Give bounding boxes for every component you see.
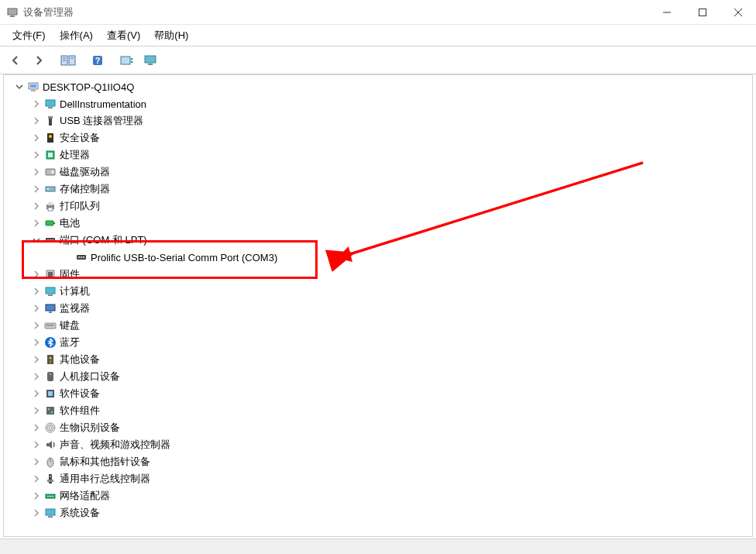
tree-node[interactable]: 安全设备 bbox=[4, 129, 752, 146]
expand-icon[interactable] bbox=[32, 219, 41, 228]
svg-rect-71 bbox=[49, 474, 52, 483]
node-label: 处理器 bbox=[60, 148, 90, 162]
svg-point-72 bbox=[50, 476, 51, 477]
tree-node[interactable]: 生物识别设备 bbox=[4, 419, 752, 436]
close-button[interactable] bbox=[720, 0, 756, 25]
port-icon bbox=[44, 234, 57, 246]
menu-file[interactable]: 文件(F) bbox=[6, 26, 52, 46]
tree-node[interactable]: 通用串行总线控制器 bbox=[4, 470, 752, 487]
tree-node[interactable]: 网络适配器 bbox=[4, 487, 752, 504]
svg-rect-0 bbox=[8, 9, 17, 15]
expand-icon[interactable] bbox=[15, 82, 24, 91]
expand-icon[interactable] bbox=[32, 236, 41, 245]
expand-icon[interactable] bbox=[32, 150, 41, 160]
node-label: 通用串行总线控制器 bbox=[60, 472, 150, 486]
svg-rect-79 bbox=[48, 516, 53, 518]
svg-rect-51 bbox=[46, 325, 48, 326]
menu-action[interactable]: 操作(A) bbox=[53, 26, 99, 46]
window-title: 设备管理器 bbox=[23, 5, 74, 19]
expand-icon[interactable] bbox=[32, 440, 41, 449]
disk-icon bbox=[44, 166, 57, 178]
expand-icon[interactable] bbox=[32, 372, 41, 381]
expand-icon[interactable] bbox=[32, 184, 41, 194]
expand-icon[interactable] bbox=[32, 133, 41, 143]
expand-icon[interactable] bbox=[32, 321, 41, 330]
expand-icon[interactable] bbox=[32, 355, 41, 364]
svg-text:!: ! bbox=[50, 359, 51, 366]
tree-node[interactable]: 磁盘驱动器 bbox=[4, 163, 752, 181]
svg-rect-49 bbox=[49, 311, 52, 313]
svg-rect-43 bbox=[83, 256, 84, 258]
expand-icon[interactable] bbox=[32, 423, 41, 432]
tree-node[interactable]: 端口 (COM 和 LPT) bbox=[4, 232, 752, 249]
tree-node[interactable]: 蓝牙 bbox=[4, 334, 752, 351]
expand-icon[interactable] bbox=[32, 508, 41, 518]
tree-node[interactable]: 鼠标和其他指针设备 bbox=[4, 453, 752, 470]
monitor-button[interactable] bbox=[139, 50, 161, 71]
tree-child-node[interactable]: Prolific USB-to-Serial Comm Port (COM3) bbox=[4, 249, 752, 266]
expand-icon[interactable] bbox=[32, 389, 41, 398]
tree-node[interactable]: 键盘 bbox=[4, 317, 752, 334]
svg-rect-22 bbox=[48, 116, 53, 119]
tree-node[interactable]: USB 连接器管理器 bbox=[4, 112, 752, 129]
node-label: 鼠标和其他指针设备 bbox=[60, 455, 150, 469]
svg-rect-7 bbox=[69, 56, 75, 65]
help-button[interactable]: ? bbox=[87, 50, 108, 71]
maximize-button[interactable] bbox=[685, 0, 720, 25]
expand-icon[interactable] bbox=[32, 406, 41, 415]
tree-node[interactable]: 软件组件 bbox=[4, 402, 752, 419]
printer-icon bbox=[44, 200, 57, 212]
tree-root[interactable]: DESKTOP-Q1IIO4Q bbox=[4, 78, 752, 95]
tree-node[interactable]: 处理器 bbox=[4, 146, 752, 163]
monitor-icon bbox=[44, 98, 57, 110]
scan-button[interactable] bbox=[116, 50, 138, 71]
menu-view[interactable]: 查看(V) bbox=[101, 26, 146, 46]
svg-rect-33 bbox=[48, 208, 53, 211]
node-label: 系统设备 bbox=[60, 506, 100, 520]
tree-node[interactable]: 声音、视频和游戏控制器 bbox=[4, 436, 752, 453]
tree-node[interactable]: !其他设备 bbox=[4, 351, 752, 368]
node-label: 存储控制器 bbox=[60, 182, 110, 196]
expand-icon[interactable] bbox=[32, 474, 41, 483]
tree-node[interactable]: 人机接口设备 bbox=[4, 368, 752, 385]
svg-text:?: ? bbox=[95, 56, 101, 65]
expand-icon[interactable] bbox=[32, 457, 41, 466]
node-label: 声音、视频和游戏控制器 bbox=[60, 438, 170, 452]
computer-icon bbox=[44, 285, 57, 298]
window-controls bbox=[649, 0, 756, 25]
node-label: Prolific USB-to-Serial Comm Port (COM3) bbox=[91, 252, 277, 263]
svg-rect-77 bbox=[52, 496, 53, 497]
tree-node[interactable]: 计算机 bbox=[4, 283, 752, 300]
svg-rect-3 bbox=[699, 9, 706, 15]
expand-icon[interactable] bbox=[32, 167, 41, 177]
tree-node[interactable]: 软件设备 bbox=[4, 385, 752, 402]
tree-node[interactable]: 固件 bbox=[4, 266, 752, 283]
expand-icon[interactable] bbox=[32, 304, 41, 313]
minimize-button[interactable] bbox=[649, 0, 685, 25]
expand-icon[interactable] bbox=[32, 99, 41, 108]
expand-icon[interactable] bbox=[32, 201, 41, 211]
tree-node[interactable]: 监视器 bbox=[4, 300, 752, 317]
tree-node[interactable]: 系统设备 bbox=[4, 504, 752, 521]
tree-node[interactable]: 电池 bbox=[4, 215, 752, 232]
expand-icon[interactable] bbox=[32, 491, 41, 501]
tree-node[interactable]: 打印队列 bbox=[4, 198, 752, 215]
expand-icon[interactable] bbox=[32, 287, 41, 296]
menu-help[interactable]: 帮助(H) bbox=[148, 26, 194, 46]
expand-icon[interactable] bbox=[32, 338, 41, 347]
tree-node[interactable]: 存储控制器 bbox=[4, 181, 752, 198]
node-label: DellInstrumentation bbox=[60, 98, 146, 110]
svg-rect-46 bbox=[46, 287, 55, 294]
display-icon bbox=[44, 302, 57, 315]
device-tree-container[interactable]: DESKTOP-Q1IIO4Q DellInstrumentationUSB 连… bbox=[3, 74, 753, 537]
show-hidden-button[interactable] bbox=[57, 50, 79, 71]
svg-rect-39 bbox=[52, 239, 53, 241]
sound-icon bbox=[44, 439, 57, 451]
tree-node[interactable]: DellInstrumentation bbox=[4, 95, 752, 112]
back-button[interactable] bbox=[5, 50, 26, 71]
expand-icon[interactable] bbox=[32, 116, 41, 126]
forward-button[interactable] bbox=[28, 50, 50, 71]
expand-icon[interactable] bbox=[32, 270, 41, 279]
svg-rect-52 bbox=[49, 325, 50, 326]
svg-point-24 bbox=[49, 135, 52, 138]
